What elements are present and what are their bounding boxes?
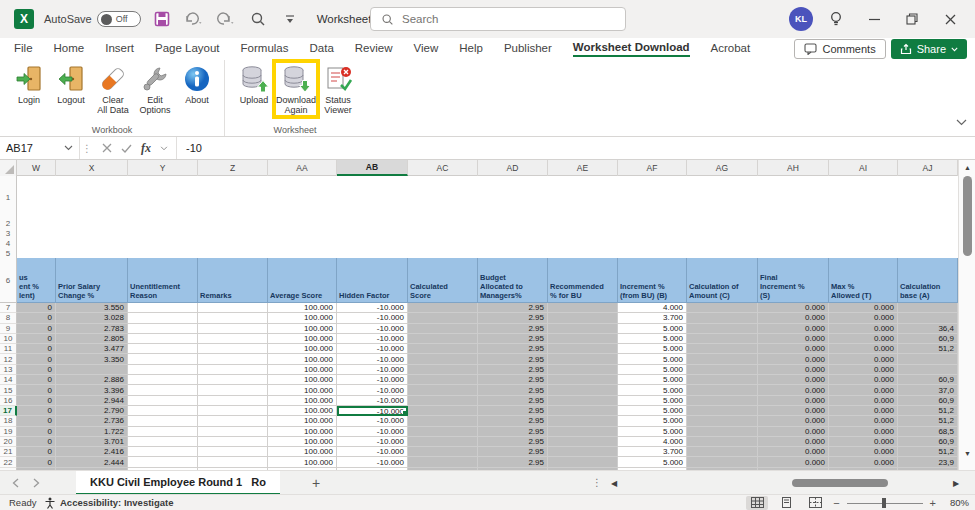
row-header-12[interactable]: 12 xyxy=(0,354,17,364)
column-header-AJ[interactable]: AJ xyxy=(898,160,958,176)
grid-cell-AC18[interactable] xyxy=(408,416,478,426)
grid-cell-AE8[interactable] xyxy=(548,313,618,323)
grid-cell-AB22[interactable]: -10.000 xyxy=(337,457,408,467)
grid-cell-Y18[interactable] xyxy=(128,416,198,426)
column-header-AI[interactable]: AI xyxy=(829,160,898,176)
row-header-4[interactable]: 4 xyxy=(0,238,17,248)
grid-cell-X16[interactable]: 2.944 xyxy=(56,396,128,406)
grid-cell-AB21[interactable]: -10.000 xyxy=(337,447,408,457)
grid-cell-AI18[interactable]: 0.000 xyxy=(829,416,898,426)
grid-cell-AJ18[interactable]: 51,2 xyxy=(898,416,958,426)
row-header-20[interactable]: 20 xyxy=(0,437,17,447)
grid-cell-Y14[interactable] xyxy=(128,375,198,385)
grid-cell-Z16[interactable] xyxy=(198,396,268,406)
next-sheet-icon[interactable] xyxy=(33,478,40,488)
grid-cell-AJ7[interactable] xyxy=(898,303,958,313)
row-header-15[interactable]: 15 xyxy=(0,385,17,395)
grid-cell-AH9[interactable]: 0.000 xyxy=(758,324,829,334)
grid-cell-AG21[interactable] xyxy=(687,447,758,457)
grid-cell-AC14[interactable] xyxy=(408,375,478,385)
header-cell-Z6[interactable]: Remarks xyxy=(198,258,268,303)
grid-cell-Y15[interactable] xyxy=(128,385,198,395)
scroll-up-icon[interactable]: ▲ xyxy=(959,164,975,171)
header-cell-AC6[interactable]: Calculated Score xyxy=(408,258,478,303)
grid-cell-W13[interactable]: 0 xyxy=(17,365,56,375)
grid-cell-AJ22[interactable]: 23,9 xyxy=(898,457,958,467)
grid-cell-AG16[interactable] xyxy=(687,396,758,406)
scroll-down-icon[interactable]: ▼ xyxy=(959,450,975,457)
grid-cell-AF14[interactable]: 5.000 xyxy=(618,375,687,385)
upload-button[interactable]: Upload xyxy=(233,62,275,105)
grid-cell-AH20[interactable]: 0.000 xyxy=(758,437,829,447)
grid-cell-W8[interactable]: 0 xyxy=(17,313,56,323)
grid-cell-AI13[interactable]: 0.000 xyxy=(829,365,898,375)
grid-cell-AH7[interactable]: 0.000 xyxy=(758,303,829,313)
row-header-9[interactable]: 9 xyxy=(0,324,17,334)
accessibility-status[interactable]: Accessibility: Investigate xyxy=(44,497,174,509)
grid-cell-AG17[interactable] xyxy=(687,406,758,416)
grid-cell-AH18[interactable]: 0.000 xyxy=(758,416,829,426)
edit-options-button[interactable]: Edit Options xyxy=(134,62,176,116)
grid-cell-AJ16[interactable]: 60,9 xyxy=(898,396,958,406)
grid-cell-AG15[interactable] xyxy=(687,385,758,395)
grid-cell-AD7[interactable]: 2.95 xyxy=(478,303,548,313)
grid-cell-AF21[interactable]: 3.700 xyxy=(618,447,687,457)
grid-cell-AH17[interactable]: 0.000 xyxy=(758,406,829,416)
grid-cell-AE11[interactable] xyxy=(548,344,618,354)
selected-cell-AB17[interactable]: -10.000 xyxy=(337,406,408,416)
grid-cell-W14[interactable]: 0 xyxy=(17,375,56,385)
header-cell-Y6[interactable]: Unentitlement Reason xyxy=(128,258,198,303)
insert-function-button[interactable]: fx xyxy=(141,141,151,156)
grid-cell-W10[interactable]: 0 xyxy=(17,334,56,344)
column-header-Y[interactable]: Y xyxy=(128,160,198,176)
name-box-resizer[interactable]: ⋮ xyxy=(80,137,94,159)
grid-cell-AD10[interactable]: 2.95 xyxy=(478,334,548,344)
grid-cell-AD15[interactable]: 2.95 xyxy=(478,385,548,395)
grid-cell-AH11[interactable]: 0.000 xyxy=(758,344,829,354)
grid-cell-AG12[interactable] xyxy=(687,354,758,364)
row-header-18[interactable]: 18 xyxy=(0,416,17,426)
column-header-AF[interactable]: AF xyxy=(618,160,687,176)
customize-qat-button[interactable] xyxy=(279,8,301,30)
grid-cell-AD13[interactable]: 2.95 xyxy=(478,365,548,375)
grid-cell-AI10[interactable]: 0.000 xyxy=(829,334,898,344)
grid-cell-AI22[interactable]: 0.000 xyxy=(829,457,898,467)
grid-cell-AI14[interactable]: 0.000 xyxy=(829,375,898,385)
grid-cell-Y7[interactable] xyxy=(128,303,198,313)
grid-cell-AE15[interactable] xyxy=(548,385,618,395)
grid-cell-AB13[interactable]: -10.000 xyxy=(337,365,408,375)
header-cell-AD6[interactable]: Budget Allocated to Managers% xyxy=(478,258,548,303)
grid-cell-AH16[interactable]: 0.000 xyxy=(758,396,829,406)
grid-cell-AD19[interactable]: 2.95 xyxy=(478,427,548,437)
grid-cell-AH19[interactable]: 0.000 xyxy=(758,427,829,437)
grid-cell-AI12[interactable]: 0.000 xyxy=(829,354,898,364)
row-header-8[interactable]: 8 xyxy=(0,313,17,323)
grid-cell-AJ12[interactable] xyxy=(898,354,958,364)
row-header-3[interactable]: 3 xyxy=(0,228,17,238)
grid-cell-W16[interactable]: 0 xyxy=(17,396,56,406)
grid-cell-AB16[interactable]: -10.000 xyxy=(337,396,408,406)
page-layout-view-button[interactable] xyxy=(775,496,797,510)
grid-cell-AD21[interactable]: 2.95 xyxy=(478,447,548,457)
tab-formulas[interactable]: Formulas xyxy=(241,42,289,56)
zoom-slider[interactable] xyxy=(847,497,923,509)
grid-cell-X15[interactable]: 3.396 xyxy=(56,385,128,395)
grid-cell-AH12[interactable]: 0.000 xyxy=(758,354,829,364)
grid-cell-AE16[interactable] xyxy=(548,396,618,406)
zoom-slider-handle[interactable] xyxy=(882,498,886,508)
grid-cell-Z21[interactable] xyxy=(198,447,268,457)
header-cell-AB6[interactable]: Hidden Factor xyxy=(337,258,408,303)
grid-cell-X18[interactable]: 2.736 xyxy=(56,416,128,426)
tips-button[interactable] xyxy=(821,4,851,34)
header-cell-AH6[interactable]: Final Increment % (S) xyxy=(758,258,829,303)
grid-cell-AJ17[interactable]: 51,2 xyxy=(898,406,958,416)
header-cell-AE6[interactable]: Recommended % for BU xyxy=(548,258,618,303)
grid-cell-Z7[interactable] xyxy=(198,303,268,313)
grid-cell-Y9[interactable] xyxy=(128,324,198,334)
grid-cell-AG13[interactable] xyxy=(687,365,758,375)
grid-cell-Y12[interactable] xyxy=(128,354,198,364)
grid-cell-AH15[interactable]: 0.000 xyxy=(758,385,829,395)
zoom-level[interactable]: 80% xyxy=(943,497,969,508)
grid-cell-AA16[interactable]: 100.000 xyxy=(268,396,337,406)
grid-cell-AE17[interactable] xyxy=(548,406,618,416)
